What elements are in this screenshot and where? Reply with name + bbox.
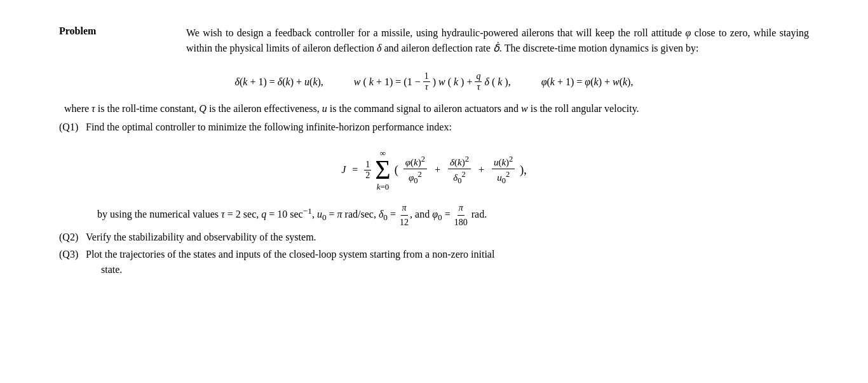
eq-w: w(k + 1) = (1 − 1 τ )w(k) + q τ δ(k), [354, 71, 511, 92]
perf-index-block: J = 1 2 ∞ Σ k=0 ( φ(k)2 φ02 + [59, 148, 809, 193]
q3-item: (Q3) Plot the trajectories of the states… [59, 247, 809, 279]
q2-text: Verify the stabilizability and observabi… [86, 230, 809, 246]
problem-text: We wish to design a feedback controller … [186, 25, 809, 56]
q2-label: (Q2) [59, 230, 86, 246]
problem-block: Problem We wish to design a feedback con… [59, 25, 809, 279]
by-using-text: by using the numerical values τ = 2 sec,… [59, 201, 809, 229]
eq-row-1: δ(k + 1) = δ(k) + u(k), w(k + 1) = (1 − … [235, 71, 634, 92]
q3-label: (Q3) [59, 247, 86, 279]
q1-text: Find the optimal controller to minimize … [86, 120, 809, 136]
summation: ∞ Σ k=0 [375, 148, 390, 193]
q1-item: (Q1) Find the optimal controller to mini… [59, 120, 809, 136]
eq-phi: φ(k + 1) = φ(k) + w(k), [541, 76, 634, 88]
problem-header: Problem We wish to design a feedback con… [59, 25, 809, 56]
eq-delta: δ(k + 1) = δ(k) + u(k), [235, 76, 323, 88]
q1-label: (Q1) [59, 120, 86, 136]
q3-text: Plot the trajectories of the states and … [86, 247, 809, 279]
main-container: Problem We wish to design a feedback con… [34, 13, 834, 292]
perf-eq: J = 1 2 ∞ Σ k=0 ( φ(k)2 φ02 + [341, 148, 527, 193]
where-text: where τ is the roll-time constant, Q is … [59, 101, 809, 117]
problem-label: Problem [59, 25, 186, 37]
q2-item: (Q2) Verify the stabilizability and obse… [59, 230, 809, 246]
equations-row1: δ(k + 1) = δ(k) + u(k), w(k + 1) = (1 − … [59, 71, 809, 92]
